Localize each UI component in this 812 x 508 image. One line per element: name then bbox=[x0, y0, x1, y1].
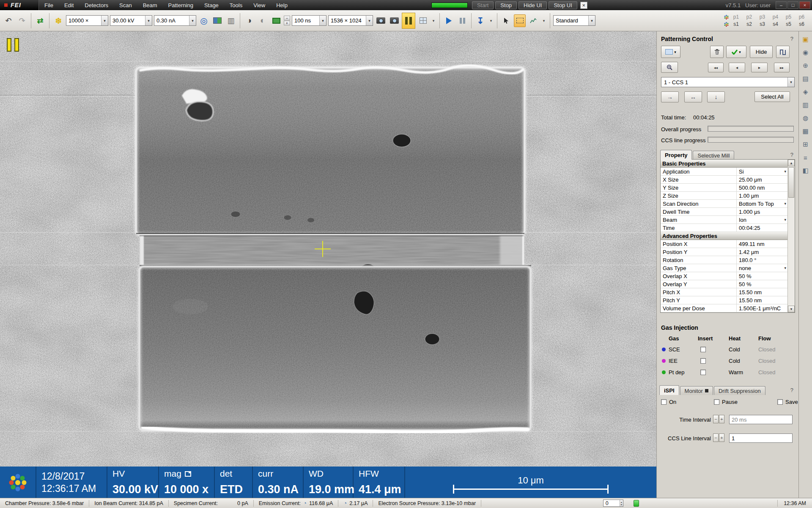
chevron-down-icon[interactable]: ▾ bbox=[145, 16, 152, 25]
pattern-type-select[interactable]: ▾ bbox=[661, 46, 680, 58]
dock-tool-icon[interactable]: ⊞ bbox=[801, 140, 810, 149]
scroll-up-icon[interactable]: ▲ bbox=[788, 160, 795, 166]
dock-tool-icon[interactable]: ◍ bbox=[801, 113, 810, 123]
snapshot-icon[interactable]: ↧ bbox=[475, 14, 486, 27]
enable-pattern-select[interactable]: ▾ bbox=[726, 46, 746, 58]
nav-prev-button[interactable]: ◂ bbox=[729, 63, 745, 72]
table-row[interactable]: Volume per Dose1.500E-1 μm³/nC bbox=[661, 304, 787, 312]
table-row[interactable]: Z Size1.00 μm bbox=[661, 192, 787, 200]
dock-tool-icon[interactable]: ▣ bbox=[801, 35, 810, 44]
menu-file[interactable]: File bbox=[39, 0, 59, 10]
chevron-down-icon[interactable]: ▾ bbox=[189, 16, 196, 25]
ispi-save-checkbox[interactable] bbox=[777, 399, 783, 405]
table-row[interactable]: Time00:04:25 bbox=[661, 224, 787, 232]
table-row[interactable]: Position X499.11 nm bbox=[661, 240, 787, 248]
start-button[interactable]: Start bbox=[472, 1, 494, 9]
preset-s4[interactable]: s4 bbox=[769, 21, 782, 27]
tab-ispi[interactable]: iSPI bbox=[659, 385, 679, 395]
scan-pause-button[interactable] bbox=[402, 13, 415, 29]
resolution-select[interactable]: 1536 × 1024 ▾ bbox=[328, 15, 373, 26]
chevron-down-icon[interactable]: ▾ bbox=[101, 16, 108, 25]
menu-beam[interactable]: Beam bbox=[137, 0, 163, 10]
ispi-on-checkbox[interactable] bbox=[661, 399, 667, 405]
preset-p5[interactable]: p5 bbox=[782, 14, 795, 20]
dock-tool-icon[interactable]: ▤ bbox=[801, 74, 810, 83]
maximize-button[interactable]: □ bbox=[787, 1, 798, 9]
table-row[interactable]: Pitch Y15.50 nm bbox=[661, 296, 787, 304]
stop-ui-button[interactable]: Stop UI bbox=[549, 1, 577, 9]
contrast-icon[interactable]: ◑ bbox=[243, 14, 255, 27]
ccs-line-interval-input[interactable] bbox=[729, 433, 793, 443]
menu-scan[interactable]: Scan bbox=[114, 0, 137, 10]
menu-stage[interactable]: Stage bbox=[199, 0, 224, 10]
preset-s1[interactable]: s1 bbox=[730, 21, 742, 27]
preset-p6[interactable]: p6 bbox=[796, 14, 808, 20]
ispi-pause-checkbox[interactable] bbox=[714, 399, 719, 405]
table-row[interactable]: BeamIon▾ bbox=[661, 216, 787, 224]
redo-button[interactable]: ↷ bbox=[16, 14, 28, 27]
help-icon[interactable]: ? bbox=[790, 36, 793, 42]
chevron-down-icon[interactable]: ▾ bbox=[541, 14, 547, 27]
stop-button[interactable]: Stop bbox=[495, 1, 517, 9]
close-window-button[interactable]: × bbox=[799, 1, 810, 9]
spin-down-icon[interactable]: ▾ bbox=[621, 503, 622, 506]
stack-icon[interactable]: ▥ bbox=[225, 14, 237, 27]
gas-insert-checkbox[interactable] bbox=[700, 358, 706, 364]
reduced-area-icon[interactable] bbox=[514, 14, 526, 27]
ccs-interval-plus[interactable]: + bbox=[719, 433, 724, 442]
preset-s2[interactable]: s2 bbox=[743, 21, 755, 27]
help-icon[interactable]: ? bbox=[790, 387, 793, 393]
hide-patterns-button[interactable]: Hide bbox=[750, 46, 773, 58]
time-interval-minus[interactable]: − bbox=[713, 415, 719, 423]
nav-last-button[interactable]: ▸▸ bbox=[774, 63, 790, 72]
measurement-icon[interactable] bbox=[527, 14, 539, 27]
camera-icon[interactable] bbox=[388, 14, 400, 27]
pattern-list-select[interactable]: 1 - CCS 1 ▾ bbox=[661, 77, 795, 87]
dock-tool-icon[interactable]: ▦ bbox=[801, 127, 810, 136]
high-voltage-select[interactable]: 30.00 kV ▾ bbox=[110, 15, 152, 26]
table-row[interactable]: Rotation180.0 ° bbox=[661, 256, 787, 264]
dock-tool-icon[interactable]: ◉ bbox=[801, 48, 810, 57]
ccs-interval-minus[interactable]: − bbox=[713, 433, 719, 442]
preset-s5[interactable]: s5 bbox=[782, 21, 795, 27]
chevron-down-icon[interactable]: ▾ bbox=[488, 14, 494, 27]
lens-align-icon[interactable]: ◎ bbox=[198, 14, 210, 27]
counter-spinner[interactable]: 0 ▴▾ bbox=[603, 500, 623, 507]
menu-view[interactable]: View bbox=[248, 0, 271, 10]
preset-p1[interactable]: p1 bbox=[730, 14, 742, 20]
chevron-down-icon[interactable]: ▾ bbox=[319, 16, 326, 25]
preset-s3[interactable]: s3 bbox=[756, 21, 768, 27]
hide-ui-button[interactable]: Hide UI bbox=[518, 1, 547, 9]
nav-first-button[interactable]: ◂◂ bbox=[708, 63, 724, 72]
delete-pattern-button[interactable] bbox=[710, 46, 724, 58]
sem-viewport[interactable]: 12/8/2017 12:36:17 AM HV 30.00 kV mag 10… bbox=[0, 31, 656, 498]
minimize-button[interactable]: – bbox=[776, 1, 787, 9]
tab-drift-suppression[interactable]: Drift Suppression bbox=[714, 386, 765, 395]
preset-s6[interactable]: s6 bbox=[796, 21, 808, 27]
table-row[interactable]: Dwell Time1.000 μs bbox=[661, 208, 787, 216]
table-row[interactable]: Scan DirectionBottom To Top▾ bbox=[661, 200, 787, 208]
chevron-down-icon[interactable]: ▾ bbox=[431, 14, 436, 27]
menu-tools[interactable]: Tools bbox=[224, 0, 248, 10]
table-scrollbar[interactable]: ▲ ▼ bbox=[787, 160, 795, 312]
dock-tool-icon[interactable]: ◈ bbox=[801, 87, 810, 97]
scan-area-icon[interactable] bbox=[270, 14, 282, 27]
table-row[interactable]: Gas Typenone▾ bbox=[661, 264, 787, 272]
zoom-pattern-button[interactable] bbox=[661, 62, 678, 73]
dock-tool-icon[interactable]: ◧ bbox=[801, 166, 810, 175]
chevron-down-icon[interactable]: ▾ bbox=[787, 77, 794, 87]
capture-icon[interactable] bbox=[375, 14, 387, 27]
tab-monitor[interactable]: Monitor bbox=[680, 386, 713, 395]
table-row[interactable]: Overlap X50 % bbox=[661, 272, 787, 280]
table-row[interactable]: Overlap Y50 % bbox=[661, 280, 787, 288]
beam-shift-icon[interactable]: ⇄ bbox=[34, 14, 46, 27]
time-interval-plus[interactable]: + bbox=[719, 415, 724, 423]
beam-current-select[interactable]: 0.30 nA ▾ bbox=[154, 15, 196, 26]
select-all-button[interactable]: Select All bbox=[754, 91, 790, 102]
preset-p4[interactable]: p4 bbox=[769, 14, 782, 20]
table-row[interactable]: Position Y1.42 μm bbox=[661, 248, 787, 256]
table-row[interactable]: Y Size500.00 nm bbox=[661, 184, 787, 192]
tab-property[interactable]: Property bbox=[660, 150, 692, 160]
magnification-select[interactable]: 10000 × ▾ bbox=[66, 15, 108, 26]
pause-secondary-icon[interactable] bbox=[456, 14, 468, 27]
